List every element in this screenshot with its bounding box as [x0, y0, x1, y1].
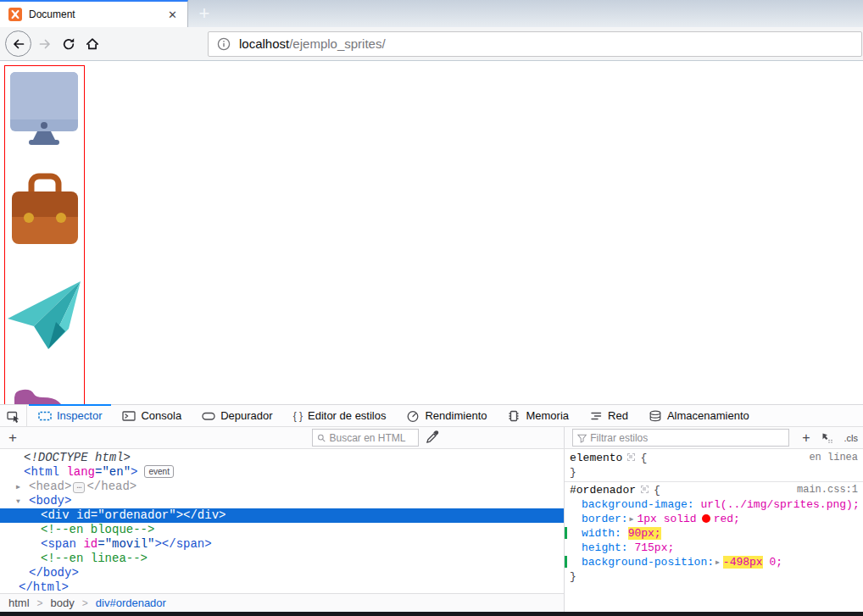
devtools-tab-almacenamiento[interactable]: Almacenamiento: [639, 405, 759, 426]
rule-source-link[interactable]: main.css:1: [797, 483, 858, 497]
console-icon: [122, 409, 136, 423]
devtools-toolbars: + + .cls: [0, 427, 863, 449]
highlighter-target-icon[interactable]: [627, 453, 635, 461]
rule-selector-line[interactable]: main.css:1#ordenador{: [565, 483, 863, 497]
reload-button[interactable]: [57, 32, 81, 56]
expand-value-icon[interactable]: ▶: [630, 515, 634, 523]
rule-source-link[interactable]: en línea: [809, 451, 858, 465]
changed-indicator: [565, 556, 567, 568]
taskbar-edge: [0, 612, 863, 616]
filter-input[interactable]: [590, 432, 784, 444]
devtools-tab-red[interactable]: Red: [580, 405, 638, 426]
decl-height[interactable]: height: 715px;: [565, 541, 863, 555]
html-search-box[interactable]: [312, 429, 419, 447]
breadcrumb-separator: >: [82, 597, 88, 609]
markup-line-doctype[interactable]: <!DOCTYPE html>: [0, 451, 564, 465]
filter-funnel-icon: [577, 433, 587, 443]
markup-toolbar: +: [0, 427, 565, 448]
tab-close-icon[interactable]: ✕: [164, 8, 181, 21]
collapsed-content-badge[interactable]: …: [73, 482, 85, 493]
add-node-button[interactable]: +: [0, 427, 25, 448]
decl-background-position[interactable]: background-position:▶-498px 0;: [565, 555, 863, 569]
new-tab-button[interactable]: +: [188, 0, 220, 27]
collapse-arrow-icon[interactable]: ▼: [16, 494, 20, 508]
css-rules-view: en líneaelemento{ } main.css:1#ordenador…: [565, 449, 863, 612]
breadcrumb-item-div-ordenador[interactable]: div#ordenador: [96, 597, 166, 609]
event-badge[interactable]: event: [144, 465, 173, 478]
devtools-tab-depurador[interactable]: Depurador: [192, 405, 281, 426]
monitor-icon: [9, 72, 79, 145]
devtools-tab-bar: Inspector Consola Depurador { } Editor d…: [0, 404, 863, 427]
expand-arrow-icon[interactable]: ▶: [16, 480, 20, 494]
changed-indicator: [565, 527, 567, 539]
network-icon: [589, 409, 603, 423]
color-swatch-red[interactable]: [702, 514, 710, 523]
tab-label: Memoria: [526, 409, 569, 422]
ordenador-sprite-div: [4, 65, 85, 404]
markup-line-div-ordenador-selected[interactable]: <div id="ordenador"></div>: [0, 508, 564, 523]
url-bar[interactable]: localhost/ejemplo_sprites/: [208, 31, 862, 57]
markup-line-html-close[interactable]: </html>: [0, 580, 564, 593]
decl-background-image[interactable]: background-image: url(../img/sprites.png…: [565, 497, 863, 512]
rule-element-inline: en líneaelemento{ }: [565, 451, 863, 480]
devtools-panel: Inspector Consola Depurador { } Editor d…: [0, 404, 863, 612]
markup-line-span-movil[interactable]: <span id="movil"></span>: [0, 537, 564, 552]
markup-line-body-close[interactable]: </body>: [0, 566, 564, 580]
memory-icon: [507, 409, 521, 423]
tab-label: Rendimiento: [425, 409, 487, 422]
rule-selector-line[interactable]: en líneaelemento{: [565, 451, 863, 465]
rule-close-line: }: [565, 465, 863, 480]
inspector-panels: <!DOCTYPE html> <html lang="en">event ▶<…: [0, 449, 863, 612]
breadcrumb-item-body[interactable]: body: [51, 597, 75, 609]
expand-value-icon[interactable]: ▶: [715, 558, 720, 566]
storage-icon: [649, 409, 662, 423]
forward-button[interactable]: [33, 32, 57, 56]
tab-label: Editor de estilos: [308, 409, 387, 422]
back-arrow-icon: [14, 40, 24, 47]
braces-icon: { }: [293, 410, 303, 422]
url-path: /ejemplo_sprites/: [289, 36, 385, 51]
decl-border[interactable]: border:▶1px solidred;: [565, 512, 863, 526]
highlight-element-icon[interactable]: [821, 431, 834, 445]
search-input[interactable]: [329, 432, 414, 444]
markup-line-comment-bloque[interactable]: <!--en bloque-->: [0, 523, 564, 537]
xampp-favicon-icon: [8, 8, 22, 21]
browser-window: Document ✕ + localhost/ejemplo_sprites/: [0, 0, 863, 616]
back-button[interactable]: [5, 31, 31, 57]
devtools-tab-consola[interactable]: Consola: [113, 405, 191, 426]
element-picker-button[interactable]: [0, 405, 27, 426]
tab-label: Almacenamiento: [667, 409, 749, 422]
breadcrumb: html > body > div#ordenador: [0, 593, 564, 612]
paper-plane-icon: [8, 280, 84, 351]
rule-close-line: }: [565, 569, 863, 584]
devtools-tab-inspector[interactable]: Inspector: [29, 405, 111, 426]
briefcase-icon: [12, 173, 78, 244]
site-info-icon[interactable]: [217, 37, 231, 51]
tab-label: Inspector: [57, 409, 102, 422]
debugger-icon: [202, 409, 215, 423]
eyedropper-button[interactable]: [425, 430, 440, 445]
page-viewport: [0, 61, 863, 404]
devtools-tab-editor-estilos[interactable]: { } Editor de estilos: [284, 405, 396, 426]
markup-line-body-open[interactable]: ▼<body>: [0, 494, 564, 508]
performance-icon: [406, 409, 420, 423]
rule-ordenador: main.css:1#ordenador{ background-image: …: [565, 481, 863, 584]
markup-line-head[interactable]: ▶<head>…</head>: [0, 480, 564, 494]
markup-line-comment-linea[interactable]: <!--en linea-->: [0, 552, 564, 566]
element-picker-icon: [7, 409, 20, 423]
devtools-tab-memoria[interactable]: Memoria: [498, 405, 578, 426]
eyedropper-icon: [425, 430, 440, 445]
highlighter-target-icon[interactable]: [641, 486, 649, 493]
tab-title: Document: [29, 8, 164, 20]
breadcrumb-item-html[interactable]: html: [8, 597, 30, 609]
home-button[interactable]: [81, 32, 104, 56]
devtools-tab-rendimiento[interactable]: Rendimiento: [397, 405, 496, 426]
add-rule-button[interactable]: +: [802, 430, 810, 446]
rules-toolbar: + .cls: [565, 427, 863, 448]
markup-line-html-open[interactable]: <html lang="en">event: [0, 465, 564, 480]
tab-label: Consola: [141, 409, 181, 422]
cls-button[interactable]: .cls: [844, 433, 859, 443]
decl-width[interactable]: width: 90px;: [565, 526, 863, 541]
filter-styles-box[interactable]: [572, 429, 789, 447]
browser-tab-document[interactable]: Document ✕: [0, 0, 188, 27]
